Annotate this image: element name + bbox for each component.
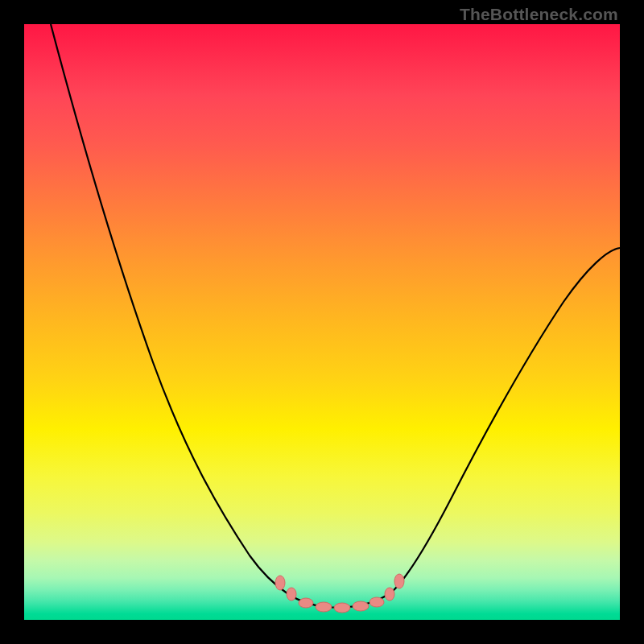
floor-dot-3 [334, 603, 350, 613]
right-curve [391, 248, 620, 592]
floor-dot-4 [353, 601, 369, 611]
attribution-text: TheBottleneck.com [460, 5, 618, 24]
left-lower-dot [287, 588, 296, 601]
right-lower-dot [385, 588, 394, 601]
right-upper-dot [394, 574, 404, 588]
marker-group [275, 574, 404, 613]
left-upper-dot [275, 576, 285, 590]
chart-frame: TheBottleneck.com [0, 0, 644, 644]
floor-dot-1 [299, 598, 313, 608]
floor-dot-2 [316, 602, 332, 612]
curve-svg [24, 24, 620, 620]
plot-area [24, 24, 620, 620]
left-curve [51, 24, 288, 594]
floor-dot-5 [369, 597, 384, 607]
